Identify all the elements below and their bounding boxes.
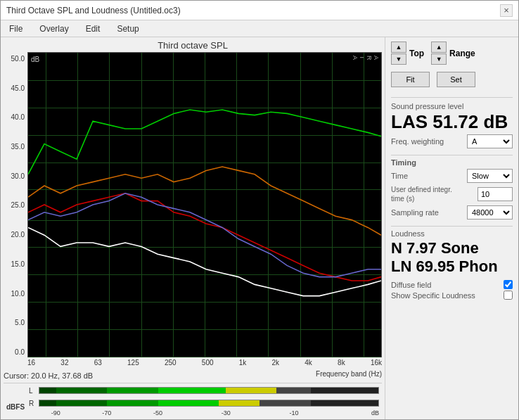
user-integr-label: User defined integr. time (s) — [391, 185, 454, 203]
spl-value: LAS 51.72 dB — [391, 112, 513, 132]
time-row: Time Slow Fast Impulse — [391, 169, 513, 183]
freq-weighting-row: Freq. weighting A C Z — [391, 134, 513, 148]
main-content: Third octave SPL 50.0 45.0 40.0 35.0 30.… — [1, 37, 518, 419]
x-32: 32 — [60, 359, 68, 369]
y-label-25: 25.0 — [11, 201, 25, 209]
cursor-info: Cursor: 20.0 Hz, 37.68 dB — [4, 370, 93, 381]
seg3 — [107, 388, 158, 393]
range-up-button[interactable]: ▲ — [431, 42, 447, 53]
x-4k: 4k — [305, 359, 312, 369]
user-integr-input[interactable] — [478, 187, 513, 201]
spl-section: Sound pressure level LAS 51.72 dB Freq. … — [391, 97, 513, 151]
range-control: ▲ ▼ Range — [431, 42, 475, 65]
x-1k: 1k — [239, 359, 247, 369]
meter-r-row: R — [29, 397, 379, 409]
menu-edit[interactable]: Edit — [83, 23, 103, 34]
tick-db: dB — [371, 409, 379, 416]
chart-plot[interactable]: dB ARTA — [27, 52, 382, 357]
fit-button[interactable]: Fit — [391, 72, 430, 87]
main-window: Third Octave SPL and Loudness (Untitled.… — [0, 0, 519, 420]
timing-label: Timing — [391, 158, 513, 167]
show-specific-checkbox[interactable] — [504, 291, 513, 300]
meter-l-row: L — [29, 385, 379, 396]
y-label-0: 0.0 — [15, 348, 25, 356]
y-label-35: 35.0 — [11, 143, 25, 151]
x-16: 16 — [27, 359, 35, 369]
tick-70: -70 — [102, 409, 111, 416]
rseg5 — [219, 400, 260, 406]
x-2k: 2k — [272, 359, 280, 369]
rseg1 — [39, 400, 56, 406]
freq-weighting-select[interactable]: A C Z — [467, 134, 513, 148]
x-axis: 16 32 63 125 250 500 1k 2k 4k 8k 16k — [27, 357, 382, 370]
top-label: Top — [409, 49, 424, 58]
loudness-label: Loudness — [391, 229, 513, 238]
y-label-30: 30.0 — [11, 172, 25, 180]
range-down-button[interactable]: ▼ — [431, 53, 447, 65]
top-control: ▲ ▼ Top — [391, 42, 424, 65]
timing-section: Timing Time Slow Fast Impulse User defin… — [391, 155, 513, 222]
x-8k: 8k — [338, 359, 345, 369]
diffuse-field-label: Diffuse field — [391, 281, 431, 289]
window-title: Third Octave SPL and Loudness (Untitled.… — [6, 6, 181, 15]
x-500: 500 — [202, 359, 214, 369]
title-bar: Third Octave SPL and Loudness (Untitled.… — [1, 1, 518, 20]
menu-file[interactable]: File — [6, 23, 25, 34]
rseg6 — [260, 400, 310, 406]
l-label: L — [29, 387, 39, 395]
y-label-40: 40.0 — [11, 113, 25, 121]
set-button[interactable]: Set — [437, 72, 475, 87]
rseg3 — [107, 400, 158, 406]
sampling-rate-label: Sampling rate — [391, 208, 439, 217]
chart-title: Third octave SPL — [4, 40, 382, 51]
l-bar — [39, 387, 379, 394]
seg5 — [226, 388, 276, 393]
freq-band-label: Frequency band (Hz) — [316, 370, 382, 381]
x-250: 250 — [165, 359, 177, 369]
y-label-20: 20.0 — [11, 231, 25, 238]
top-up-button[interactable]: ▲ — [391, 42, 406, 53]
menu-setup[interactable]: Setup — [114, 23, 141, 34]
diffuse-field-checkbox[interactable] — [504, 280, 513, 289]
show-specific-label: Show Specific Loudness — [391, 291, 475, 300]
tick-50: -50 — [153, 409, 162, 416]
r-label: R — [29, 400, 39, 407]
tick-area: -90 -70 -50 -30 -10 dB — [39, 409, 379, 419]
seg4 — [158, 388, 226, 393]
loudness-n-value: N 7.97 Sone — [391, 239, 513, 257]
chart-wrapper: 50.0 45.0 40.0 35.0 30.0 25.0 20.0 15.0 … — [4, 52, 382, 370]
y-axis: 50.0 45.0 40.0 35.0 30.0 25.0 20.0 15.0 … — [4, 52, 27, 370]
rseg2 — [56, 400, 107, 406]
nav-controls: ▲ ▼ Top ▲ ▼ Range — [391, 42, 513, 65]
diffuse-field-row: Diffuse field — [391, 280, 513, 289]
rseg7 — [311, 400, 378, 406]
y-label-50: 50.0 — [11, 55, 25, 63]
tick-10: -10 — [289, 409, 298, 416]
sampling-rate-row: Sampling rate 44100 48000 96000 — [391, 205, 513, 219]
loudness-ln-value: LN 69.95 Phon — [391, 257, 513, 276]
range-arrows: ▲ ▼ — [431, 42, 447, 65]
y-label-10: 10.0 — [11, 290, 25, 298]
x-125: 125 — [127, 359, 139, 369]
seg6 — [276, 388, 310, 393]
tick-30: -30 — [222, 409, 231, 416]
r-bar — [39, 400, 379, 407]
fit-set-row: Fit Set — [391, 72, 513, 87]
top-down-button[interactable]: ▼ — [391, 53, 406, 65]
chart-and-x: dB ARTA — [27, 52, 382, 370]
range-label: Range — [449, 49, 475, 58]
menu-overlay[interactable]: Overlay — [37, 23, 71, 34]
cursor-freq-row: Cursor: 20.0 Hz, 37.68 dB Frequency band… — [4, 370, 382, 383]
x-16k: 16k — [371, 359, 382, 369]
time-label: Time — [391, 172, 408, 180]
user-integr-row: User defined integr. time (s) — [391, 185, 513, 203]
time-select[interactable]: Slow Fast Impulse — [467, 169, 513, 183]
chart-area: Third octave SPL 50.0 45.0 40.0 35.0 30.… — [1, 37, 385, 419]
sampling-rate-select[interactable]: 44100 48000 96000 — [467, 205, 513, 219]
spl-section-label: Sound pressure level — [391, 102, 513, 110]
close-button[interactable]: × — [500, 4, 513, 17]
right-panel: ▲ ▼ Top ▲ ▼ Range Fit Set — [385, 37, 518, 419]
y-label-5: 5.0 — [15, 319, 25, 326]
seg2 — [56, 388, 107, 393]
menu-bar: File Overlay Edit Setup — [1, 20, 518, 37]
